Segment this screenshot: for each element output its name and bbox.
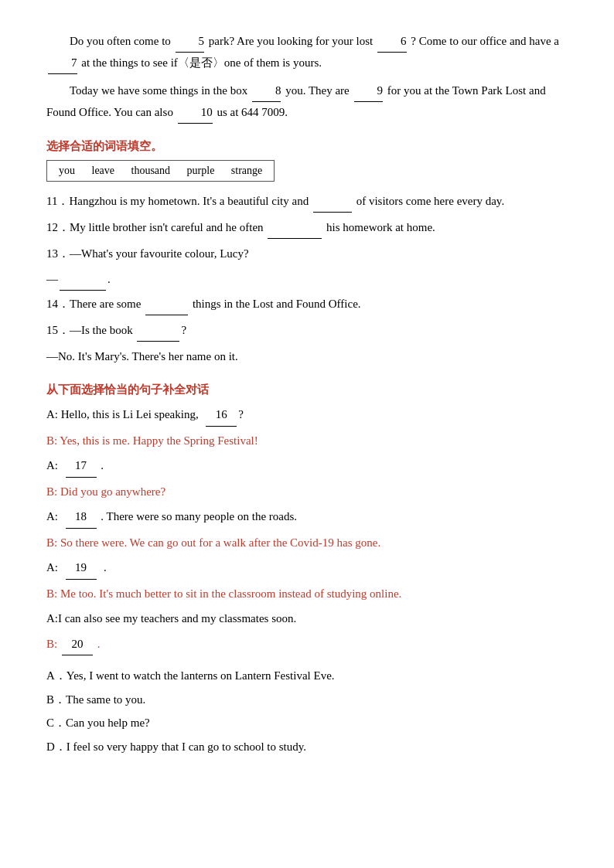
- option-d: D．I feel so very happy that I can go to …: [46, 736, 568, 758]
- word-you: you: [59, 165, 75, 176]
- option-b-text: B．The same to you.: [46, 693, 145, 706]
- d3b-text: B: So there were. We can go out for a wa…: [46, 536, 380, 549]
- options-container: A．Yes, I went to watch the lanterns on L…: [46, 665, 568, 757]
- dialogue-2a: A: 17 .: [46, 454, 568, 478]
- question-11: 11．Hangzhou is my hometown. It's a beaut…: [46, 191, 568, 213]
- section2-title: 选择合适的词语填空。: [46, 139, 568, 154]
- blank-18: 18: [66, 505, 97, 529]
- question-13a: 13．—What's your favourite colour, Lucy?: [46, 243, 568, 264]
- section-word-fill: 选择合适的词语填空。 you leave thousand purple str…: [46, 139, 568, 367]
- question-13b: — .: [46, 269, 568, 291]
- blank-7: 7: [48, 53, 77, 74]
- blank-5: 5: [176, 31, 205, 53]
- paragraph-1: Do you often come to 5 park? Are you loo…: [46, 31, 568, 74]
- blank-6: 6: [377, 31, 407, 53]
- dialogue-1a: A: Hello, this is Li Lei speaking, 16?: [46, 403, 568, 427]
- q12-text: 12．My little brother isn't careful and h…: [46, 221, 435, 233]
- paragraph-2: Today we have some things in the box 8 y…: [46, 80, 568, 124]
- question-14: 14．There are some things in the Lost and…: [46, 294, 568, 315]
- d4b-text: B: Me too. It's much better to sit in th…: [46, 587, 401, 600]
- d2b-text: B: Did you go anywhere?: [46, 485, 165, 498]
- option-a: A．Yes, I went to watch the lanterns on L…: [46, 665, 568, 687]
- q15a-text: 15．—Is the book ?: [46, 324, 186, 336]
- d1b-text: B: Yes, this is me. Happy the Spring Fes…: [46, 434, 258, 447]
- dialogue-4a: A: 19 .: [46, 557, 568, 580]
- blank-10: 10: [178, 102, 213, 124]
- blank-19: 19: [66, 557, 97, 580]
- blank-16: 16: [206, 403, 237, 427]
- dialogue-3b: B: So there were. We can go out for a wa…: [46, 532, 568, 554]
- dialogue-2b: B: Did you go anywhere?: [46, 481, 568, 503]
- text-p1c: ? Come to our office and have a: [411, 35, 559, 47]
- text-p2a: Today we have some things in the box: [70, 84, 247, 97]
- option-b: B．The same to you.: [46, 689, 568, 711]
- blank-13: [60, 269, 106, 291]
- text-p2d: us at 644 7009.: [217, 106, 288, 118]
- question-15a: 15．—Is the book ?: [46, 320, 568, 342]
- dialogue-1b: B: Yes, this is me. Happy the Spring Fes…: [46, 430, 568, 452]
- question-15b: —No. It's Mary's. There's her name on it…: [46, 346, 568, 367]
- q11-text: 11．Hangzhou is my hometown. It's a beaut…: [46, 195, 504, 207]
- word-box: you leave thousand purple strange: [46, 160, 275, 182]
- q13a-text: 13．—What's your favourite colour, Lucy?: [46, 247, 249, 260]
- section3-title: 从下面选择恰当的句子补全对话: [46, 383, 568, 397]
- word-strange: strange: [231, 165, 262, 176]
- option-d-text: D．I feel so very happy that I can go to …: [46, 740, 306, 753]
- q15b-text: —No. It's Mary's. There's her name on it…: [46, 350, 238, 363]
- blank-15: [137, 320, 179, 342]
- blank-20: 20: [62, 633, 93, 656]
- dialogue-4b: B: Me too. It's much better to sit in th…: [46, 583, 568, 605]
- option-a-text: A．Yes, I went to watch the lanterns on L…: [46, 669, 335, 682]
- section-fill-blanks-1: Do you often come to 5 park? Are you loo…: [46, 31, 568, 124]
- text-p1a: Do you often come to: [70, 35, 171, 47]
- word-purple: purple: [187, 165, 215, 176]
- blank-9: 9: [354, 80, 384, 102]
- option-c: C．Can you help me?: [46, 712, 568, 734]
- word-thousand: thousand: [131, 165, 171, 176]
- blank-14: [145, 294, 188, 315]
- blank-8: 8: [252, 80, 281, 102]
- blank-17: 17: [66, 454, 97, 478]
- d5a-text: A:I can also see my teachers and my clas…: [46, 612, 296, 625]
- text-p1b: park? Are you looking for your lost: [209, 35, 373, 47]
- text-p1d: at the things to see if〈是否〉one of them i…: [81, 56, 322, 69]
- blank-11: [313, 191, 352, 213]
- blank-12: [268, 217, 322, 239]
- dialogue-5b: B: 20 .: [46, 633, 568, 656]
- option-c-text: C．Can you help me?: [46, 717, 150, 729]
- question-12: 12．My little brother isn't careful and h…: [46, 217, 568, 239]
- dialogue-3a: A: 18 . There were so many people on the…: [46, 505, 568, 529]
- text-p2b: you. They are: [285, 84, 350, 97]
- section-dialogue: 从下面选择恰当的句子补全对话 A: Hello, this is Li Lei …: [46, 383, 568, 757]
- word-leave: leave: [92, 165, 115, 176]
- dialogue-5a: A:I can also see my teachers and my clas…: [46, 608, 568, 630]
- q14-text: 14．There are some things in the Lost and…: [46, 298, 361, 310]
- d1a-text: A: Hello, this is Li Lei speaking, 16?: [46, 408, 244, 420]
